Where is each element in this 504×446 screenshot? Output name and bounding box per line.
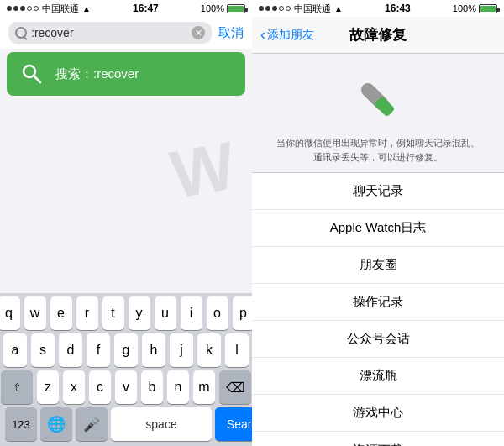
repair-item-3[interactable]: 操作记录 <box>252 284 504 321</box>
battery-percent-left: 100% <box>201 3 224 13</box>
repair-item-0[interactable]: 聊天记录 <box>252 173 504 210</box>
nav-back-label: 添加朋友 <box>267 28 314 43</box>
dot2 <box>13 6 18 11</box>
keyboard: q w e r t y u i o p a s d f g h j k l ⇧ … <box>0 293 252 446</box>
dot3 <box>20 6 25 11</box>
keyboard-row3: ⇧ z x c v b n m ⌫ <box>2 370 250 404</box>
watermark: W <box>165 127 241 214</box>
key-v[interactable]: v <box>115 370 137 404</box>
wrench-icon <box>349 71 407 129</box>
nav-bar: ‹ 添加朋友 故障修复 <box>252 17 504 54</box>
search-result-icon <box>18 60 45 87</box>
key-t[interactable]: t <box>102 296 124 330</box>
key-n[interactable]: n <box>167 370 189 404</box>
dot-r1 <box>259 6 264 11</box>
key-p[interactable]: p <box>233 296 255 330</box>
key-r[interactable]: r <box>76 296 98 330</box>
key-e[interactable]: e <box>50 296 72 330</box>
key-d[interactable]: d <box>59 333 82 367</box>
key-m[interactable]: m <box>193 370 215 404</box>
key-q[interactable]: q <box>0 296 20 330</box>
status-bar-left: 中国联通 ▲ 16:47 100% <box>0 0 252 17</box>
key-s[interactable]: s <box>31 333 55 367</box>
repair-hero: 当你的微信使用出现异常时，例如聊天记录混乱、通讯录丢失等，可以进行修复。 <box>252 54 504 172</box>
repair-item-1[interactable]: Apple Watch日志 <box>252 210 504 247</box>
battery-icon-left <box>227 4 245 13</box>
key-l[interactable]: l <box>225 333 249 367</box>
dot4 <box>27 6 32 11</box>
key-i[interactable]: i <box>181 296 202 330</box>
dot-r2 <box>265 6 270 11</box>
shift-key[interactable]: ⇧ <box>1 370 33 404</box>
clear-button[interactable]: ✕ <box>192 26 205 39</box>
space-key[interactable]: space <box>111 407 212 441</box>
key-k[interactable]: k <box>197 333 221 367</box>
battery-fill-left <box>228 6 244 12</box>
nav-title: 故障修复 <box>349 25 407 45</box>
left-panel: 中国联通 ▲ 16:47 100% ✕ 取消 搜索：:recover <box>0 0 252 446</box>
key-o[interactable]: o <box>207 296 228 330</box>
carrier-left: 中国联通 <box>42 3 79 15</box>
delete-key[interactable]: ⌫ <box>219 370 251 404</box>
dot1 <box>7 6 12 11</box>
carrier-right: 中国联通 <box>294 3 331 15</box>
key-w[interactable]: w <box>24 296 46 330</box>
status-right-left-info: 中国联通 ▲ <box>259 3 343 15</box>
left-content-area: W <box>0 99 252 293</box>
signal-dots <box>7 6 39 11</box>
repair-description: 当你的微信使用出现异常时，例如聊天记录混乱、通讯录丢失等，可以进行修复。 <box>265 136 491 164</box>
search-result-row[interactable]: 搜索：:recover <box>7 52 245 96</box>
keyboard-row2: a s d f g h j k l <box>2 333 250 367</box>
repair-item-2[interactable]: 朋友圈 <box>252 247 504 284</box>
key-z[interactable]: z <box>37 370 59 404</box>
search-prefix: 搜索： <box>55 66 93 81</box>
cancel-button[interactable]: 取消 <box>218 25 244 41</box>
dot-r5 <box>286 6 291 11</box>
mic-key[interactable]: 🎤 <box>76 407 108 441</box>
key-j[interactable]: j <box>170 333 193 367</box>
repair-item-7[interactable]: 资源下载 <box>252 432 504 446</box>
nav-back-button[interactable]: ‹ 添加朋友 <box>252 26 323 44</box>
search-bar: ✕ 取消 <box>0 17 252 49</box>
time-left: 16:47 <box>133 3 159 14</box>
keyboard-row1: q w e r t y u i o p <box>2 296 250 330</box>
key-h[interactable]: h <box>142 333 165 367</box>
dot-r4 <box>279 6 284 11</box>
key-y[interactable]: y <box>129 296 150 330</box>
repair-item-6[interactable]: 游戏中心 <box>252 395 504 432</box>
signal-dots-right <box>259 6 291 11</box>
wifi-icon-left: ▲ <box>82 4 91 13</box>
battery-percent-right: 100% <box>453 3 476 13</box>
search-input-wrap[interactable]: ✕ <box>8 22 212 44</box>
globe-key[interactable]: 🌐 <box>40 407 72 441</box>
key-c[interactable]: c <box>89 370 111 404</box>
key-a[interactable]: a <box>3 333 27 367</box>
search-result-text: 搜索：:recover <box>55 66 139 82</box>
repair-list: 聊天记录 Apple Watch日志 朋友圈 操作记录 公众号会话 漂流瓶 游戏… <box>252 172 504 446</box>
status-left-info: 中国联通 ▲ <box>7 3 91 15</box>
key-b[interactable]: b <box>141 370 163 404</box>
key-x[interactable]: x <box>63 370 85 404</box>
battery-icon-right <box>479 4 497 13</box>
search-icon <box>15 27 27 39</box>
repair-item-4[interactable]: 公众号会话 <box>252 321 504 358</box>
battery-fill-right <box>480 6 496 12</box>
status-bar-right: 中国联通 ▲ 16:43 100% <box>252 0 504 17</box>
keyboard-bottom-row: 123 🌐 🎤 space Search <box>2 407 250 441</box>
dot5 <box>34 6 39 11</box>
battery-info-right: 100% <box>453 3 497 13</box>
dot-r3 <box>272 6 277 11</box>
search-input[interactable] <box>31 26 187 39</box>
repair-item-5[interactable]: 漂流瓶 <box>252 358 504 395</box>
wifi-icon-right: ▲ <box>334 4 343 13</box>
num-key[interactable]: 123 <box>5 407 37 441</box>
battery-info-left: 100% <box>201 3 245 13</box>
search-query: :recover <box>93 66 139 81</box>
key-f[interactable]: f <box>87 333 110 367</box>
key-g[interactable]: g <box>114 333 138 367</box>
svg-line-1 <box>34 76 41 83</box>
key-u[interactable]: u <box>155 296 176 330</box>
chevron-left-icon: ‹ <box>260 26 265 44</box>
right-panel: 中国联通 ▲ 16:43 100% ‹ 添加朋友 故障修复 <box>252 0 504 446</box>
time-right: 16:43 <box>385 3 411 14</box>
